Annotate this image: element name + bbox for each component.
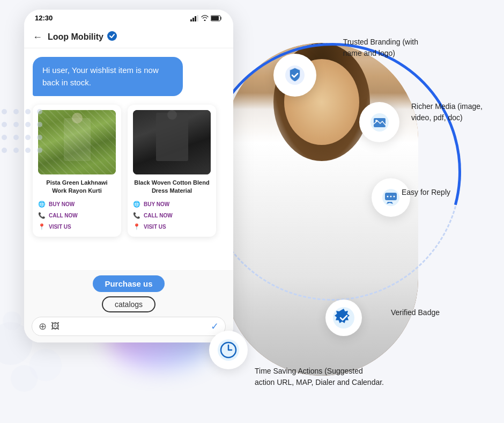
purchase-bubble[interactable]: Purchase us [93,275,164,292]
svg-point-15 [394,196,395,198]
product-title-2: Black Woven Cotton BlendDress Material [133,179,211,195]
chat-title: Loop Mobility [48,32,103,42]
visit-us-btn-2[interactable]: 📍 VISIT US [133,222,211,231]
add-icon[interactable]: ⊕ [39,320,47,332]
wifi-icon [201,15,209,21]
globe-icon-1: 🌐 [38,201,46,208]
signal-icon [190,15,199,21]
richer-media-icon [359,102,399,142]
easy-reply-label: Easy for Reply [402,187,450,198]
image-attach-icon[interactable]: 🖼 [51,322,60,331]
svg-rect-2 [195,16,196,21]
message-bubble: Hi user, Your wishlist item is now back … [33,57,183,96]
svg-point-14 [390,196,392,198]
time-saving-icon [209,331,248,369]
svg-rect-0 [190,19,192,21]
purchase-reply-area: Purchase us [32,275,226,292]
catalogs-bubble[interactable]: catalogs [102,296,155,312]
product-image-green [38,110,116,174]
globe-icon-2: 🌐 [133,201,140,208]
call-now-btn-2[interactable]: 📞 CALL NOW [133,211,211,220]
catalogs-reply-area: catalogs [32,296,226,312]
visit-us-btn-1[interactable]: 📍 VISIT US [38,222,116,231]
status-time: 12:30 [35,14,53,22]
svg-rect-1 [192,18,194,21]
richer-media-label: Richer Media (image, video, pdf, doc) [411,101,483,123]
svg-point-10 [375,120,377,122]
svg-point-6 [107,31,117,41]
status-bar: 12:30 [24,10,233,26]
main-container: 12:30 [0,0,504,423]
product-actions-2: 🌐 BUY NOW 📞 CALL NOW 📍 VISIT US [133,200,211,231]
buy-now-btn-1[interactable]: 🌐 BUY NOW [38,200,116,209]
product-image-black [133,110,211,174]
verified-icon [107,31,117,43]
trusted-branding-label: Trusted Branding (with name and logo) [343,37,418,59]
bg-circle-4 [3,311,21,330]
location-icon-1: 📍 [38,223,46,230]
verified-badge-label: Verified Badge [391,307,440,318]
bg-circle-3 [29,349,62,381]
product-card-1: Pista Green LakhnawiWork Rayon Kurti 🌐 B… [33,105,121,237]
back-arrow[interactable]: ← [33,32,42,43]
buy-now-btn-2[interactable]: 🌐 BUY NOW [133,200,211,209]
product-title-1: Pista Green LakhnawiWork Rayon Kurti [38,179,116,195]
product-card-2: Black Woven Cotton BlendDress Material 🌐… [128,105,216,237]
location-icon-2: 📍 [133,223,140,230]
chat-header: ← Loop Mobility [24,26,233,48]
phone-icon-2: 📞 [133,212,140,219]
call-now-btn-1[interactable]: 📞 CALL NOW [38,211,116,220]
bottom-area: Purchase us catalogs ⊕ 🖼 ✓ [24,270,233,342]
time-saving-label: Time Saving Actions (Suggested action UR… [255,366,384,388]
products-area: Pista Green LakhnawiWork Rayon Kurti 🌐 B… [24,105,233,237]
verified-badge-icon [325,300,362,336]
phone-frame: 12:30 [24,10,233,342]
status-icons [190,15,223,21]
phone-icon-1: 📞 [38,212,46,219]
send-icon[interactable]: ✓ [211,320,219,332]
dot-pattern [0,107,43,155]
svg-rect-3 [197,15,198,21]
svg-rect-5 [211,16,219,20]
svg-point-13 [387,196,389,198]
product-actions-1: 🌐 BUY NOW 📞 CALL NOW 📍 VISIT US [38,200,116,231]
battery-icon [211,15,223,21]
trusted-branding-icon [273,54,316,97]
message-input-bar[interactable]: ⊕ 🖼 ✓ [32,317,226,336]
